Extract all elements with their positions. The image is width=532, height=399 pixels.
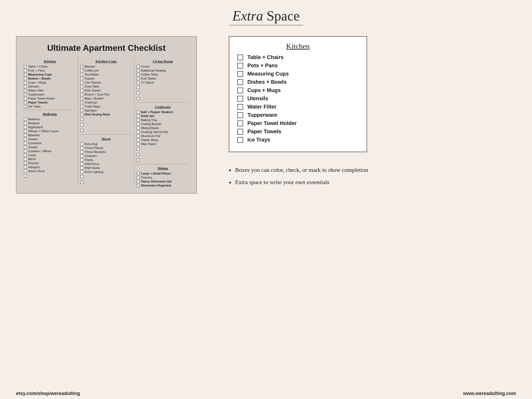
kitchen-checkbox[interactable] [237,88,243,93]
checkbox[interactable] [24,170,27,173]
list-item[interactable]: Extra Lighting [80,170,132,173]
kitchen-box-item[interactable]: Tupperware [237,112,359,118]
checkbox[interactable] [137,86,140,89]
list-item[interactable]: Alarm Clock [24,169,76,173]
checkbox[interactable] [24,93,27,96]
checkbox[interactable] [137,119,140,122]
checkbox[interactable] [137,73,140,76]
kitchen-box-item[interactable]: Utensils [237,95,359,102]
list-item[interactable]: TV Stand [137,81,189,84]
checkbox[interactable] [137,180,140,183]
kitchen-checkbox[interactable] [237,120,243,126]
checkbox[interactable] [80,155,83,157]
list-item[interactable]: Blender [80,65,132,68]
checkbox[interactable] [80,89,83,92]
checkbox[interactable] [80,151,83,153]
list-item[interactable]: Large + Small Plates [137,172,189,175]
checkbox[interactable] [137,123,140,126]
kitchen-box-item[interactable]: Paper Towel Holder [237,120,359,126]
kitchen-checkbox[interactable] [237,112,243,118]
checkbox[interactable] [24,130,27,133]
checkbox[interactable] [137,147,140,150]
kitchen-box-item[interactable]: Measuring Cups [237,71,359,77]
kitchen-box-item[interactable]: Paper Towels [237,128,359,135]
list-item[interactable]: Utensils [24,85,76,88]
checkbox[interactable] [24,73,27,76]
list-item[interactable]: Mop + Bucket [80,97,132,100]
list-item[interactable]: Coasters [80,154,132,157]
list-item[interactable]: Nightstand [24,126,76,129]
checkbox[interactable] [24,65,27,68]
list-item[interactable]: Cups + Mugs [24,81,76,84]
checkbox[interactable] [80,109,83,112]
checkbox[interactable] [137,69,140,72]
list-item[interactable]: Oven Mitts [80,85,132,88]
list-item[interactable]: Throw Pillows [80,146,132,149]
checkbox[interactable] [137,172,140,175]
checkbox[interactable] [137,97,140,100]
list-item[interactable]: Curtains + Blinds [24,149,76,153]
checkbox[interactable] [137,111,140,114]
checkbox[interactable] [80,118,83,121]
list-item[interactable]: Plastic Wrap [137,138,189,142]
list-item[interactable]: Dresser [24,161,76,165]
checkbox[interactable] [80,113,83,116]
checkbox[interactable] [80,147,83,149]
checkbox[interactable] [80,97,83,100]
checkbox[interactable] [24,154,27,157]
list-item[interactable]: Wall Decor [80,162,132,165]
list-item[interactable]: Paper Towels [24,101,76,104]
checkbox[interactable] [24,122,27,125]
list-item[interactable]: Aluminum Foil [137,134,189,138]
list-item[interactable]: Pillows + Pillow Cases [24,130,76,133]
list-item[interactable]: Sponges [80,109,132,112]
list-item[interactable]: Couch [137,65,189,68]
kitchen-checkbox[interactable] [237,137,243,143]
list-item[interactable]: Salt + Pepper Shakers [137,110,189,114]
checkbox[interactable] [80,85,83,88]
list-item[interactable]: Throw Blankets [80,150,132,153]
checkbox[interactable] [24,142,27,145]
kitchen-checkbox[interactable] [237,79,243,85]
checkbox[interactable] [24,77,27,80]
checkbox[interactable] [137,77,140,80]
kitchen-box-item[interactable]: Cups + Mugs [237,87,359,93]
list-item[interactable]: Glasses [137,176,189,179]
checkbox[interactable] [80,167,83,169]
checkbox[interactable] [137,92,140,94]
list-item[interactable]: Area Rug [80,142,132,146]
kitchen-checkbox[interactable] [237,129,243,135]
list-item[interactable]: Wall Hooks [80,166,132,169]
list-item[interactable]: Can Opener [80,81,132,84]
list-item[interactable]: Comforter [24,142,76,145]
list-item[interactable]: Water Filter [24,89,76,92]
list-item[interactable]: Toaster [80,77,132,80]
list-item[interactable]: Hangers [24,165,76,169]
kitchen-checkbox[interactable] [237,55,243,60]
checkbox[interactable] [80,143,83,146]
kitchen-box-item[interactable]: Pots + Pans [237,63,359,69]
list-item[interactable]: Coffee pot [80,69,132,72]
checkbox[interactable] [24,174,27,177]
checkbox[interactable] [24,158,27,161]
list-item[interactable]: Mirror [24,157,76,161]
kitchen-checkbox[interactable] [237,96,243,102]
list-item[interactable]: Towels [24,146,76,149]
checkbox[interactable] [24,118,27,121]
checkbox[interactable] [80,73,83,76]
checkbox[interactable] [137,115,140,118]
checkbox[interactable] [24,69,27,72]
list-item[interactable]: Table + Chairs [24,65,76,68]
list-item[interactable]: Measuring Cups [24,73,76,76]
checkbox[interactable] [24,89,27,92]
checkbox[interactable] [24,81,27,84]
checkbox[interactable] [137,135,140,138]
list-item[interactable]: Tea Maker [80,73,132,76]
list-item[interactable]: Baking Tray [137,118,189,122]
checkbox[interactable] [137,153,140,156]
checkbox[interactable] [24,146,27,149]
checkbox[interactable] [80,69,83,72]
list-item[interactable]: Wax Paper [137,142,189,146]
list-item[interactable]: Mixing Bowls [137,126,189,130]
checkbox[interactable] [24,138,27,141]
